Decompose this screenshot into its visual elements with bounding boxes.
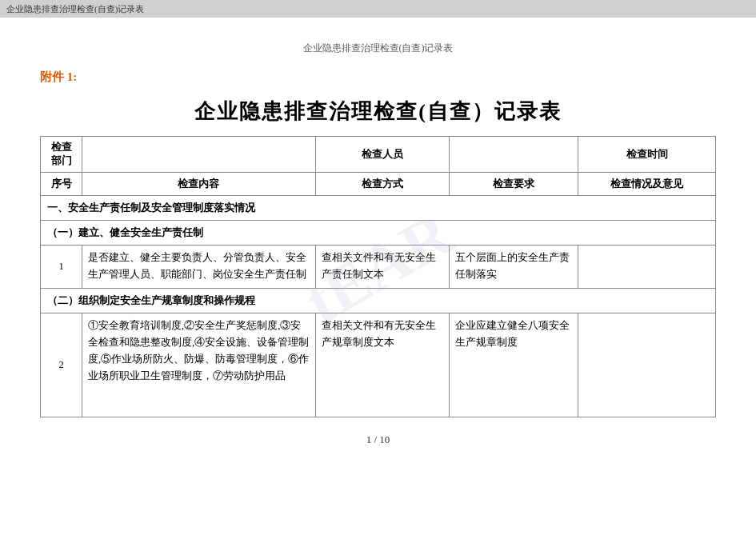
row2-remark[interactable]	[578, 313, 716, 417]
doc-title: 企业隐患排查治理检查(自查）记录表	[40, 98, 716, 126]
subsection1-1-row: （一）建立、健全安全生产责任制	[41, 221, 716, 246]
dept-label-cell: 检查部门	[41, 137, 82, 173]
row1-no: 1	[41, 246, 82, 289]
col-header-row: 序号 检查内容 检查方式 检查要求 检查情况及意见	[41, 173, 716, 196]
subsection1-2-title: （二）组织制定安全生产规章制度和操作规程	[41, 288, 716, 313]
col-method: 检查方式	[315, 173, 449, 196]
col-requirement: 检查要求	[449, 173, 578, 196]
page-content: 企业隐患排查治理检查(自查)记录表 附件 1: 企业隐患排查治理检查(自查）记录…	[40, 42, 716, 446]
col-no: 序号	[41, 173, 82, 196]
time-label-cell: 检查时间	[578, 137, 716, 173]
inspector-label-cell: 检查人员	[315, 137, 449, 173]
row1-requirement: 五个层面上的安全生产责任制落实	[449, 246, 578, 289]
page-footer: 1 / 10	[40, 433, 716, 446]
row1-remark[interactable]	[578, 246, 716, 289]
browser-tab-label: 企业隐患排查治理检查(自查)记录表	[6, 3, 144, 15]
subsection1-2-row: （二）组织制定安全生产规章制度和操作规程	[41, 288, 716, 313]
row2-no: 2	[41, 313, 82, 417]
data-row-2: 2 ①安全教育培训制度,②安全生产奖惩制度,③安全检查和隐患整改制度,④安全设施…	[41, 313, 716, 417]
page-wrapper: 企业隐患排查治理检查(自查)记录表 tEAR 企业隐患排查治理检查(自查)记录表…	[0, 0, 756, 535]
col-content: 检查内容	[82, 173, 316, 196]
inspector-value-cell[interactable]	[449, 137, 578, 173]
section1-row: 一、安全生产责任制及安全管理制度落实情况	[41, 196, 716, 221]
data-row-1: 1 是否建立、健全主要负责人、分管负责人、安全生产管理人员、职能部门、岗位安全生…	[41, 246, 716, 289]
subsection1-1-title: （一）建立、健全安全生产责任制	[41, 221, 716, 246]
row1-method: 查相关文件和有无安全生产责任制文本	[315, 246, 449, 289]
row2-method: 查相关文件和有无安全生产规章制度文本	[315, 313, 449, 417]
browser-tab-bar: 企业隐患排查治理检查(自查)记录表	[0, 0, 756, 18]
row2-content: ①安全教育培训制度,②安全生产奖惩制度,③安全检查和隐患整改制度,④安全设施、设…	[82, 313, 316, 417]
doc-filename: 企业隐患排查治理检查(自查)记录表	[40, 42, 716, 55]
row1-content: 是否建立、健全主要负责人、分管负责人、安全生产管理人员、职能部门、岗位安全生产责…	[82, 246, 316, 289]
section1-title: 一、安全生产责任制及安全管理制度落实情况	[41, 196, 716, 221]
col-remark: 检查情况及意见	[578, 173, 716, 196]
dept-value-cell[interactable]	[82, 137, 316, 173]
row2-requirement: 企业应建立健全八项安全生产规章制度	[449, 313, 578, 417]
attachment-label: 附件 1:	[40, 70, 716, 85]
table-header-row: 检查部门 检查人员 检查时间	[41, 137, 716, 173]
main-table-corrected: 检查部门 检查人员 检查时间 序号 检查内容 检查方式 检查要求 检查情况及意见…	[40, 136, 716, 417]
